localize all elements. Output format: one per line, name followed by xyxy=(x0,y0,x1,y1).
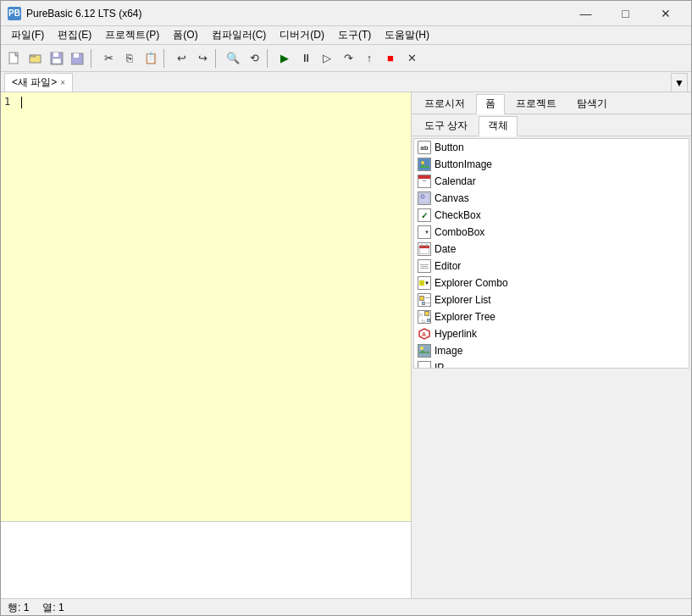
main-area: 1 프로시저 폼 프로젝트 탐색기 도구 상자 객체 ab Button xyxy=(1,92,691,598)
list-item-explorerlist[interactable]: Explorer List xyxy=(414,291,689,308)
file-tab-new[interactable]: <새 파일> × xyxy=(4,73,73,92)
toolbar-run[interactable]: ▶ xyxy=(274,48,295,69)
widget-label-calendar: Calendar xyxy=(435,175,476,187)
svg-rect-6 xyxy=(74,53,79,58)
list-item-combobox[interactable]: ▼ ComboBox xyxy=(414,224,689,241)
ip-icon: ... xyxy=(418,361,431,369)
widget-label-ip: IP xyxy=(435,362,444,369)
widget-label-canvas: Canvas xyxy=(435,192,469,204)
list-item-checkbox[interactable]: ✓ CheckBox xyxy=(414,207,689,224)
toolbar-stop[interactable]: ■ xyxy=(380,48,401,69)
editor-main[interactable]: 1 xyxy=(1,92,411,522)
menu-compiler[interactable]: 컴파일러(C) xyxy=(205,26,274,45)
menu-help[interactable]: 도움말(H) xyxy=(378,26,436,45)
list-item-explorercombo[interactable]: ▼ Explorer Combo xyxy=(414,275,689,291)
list-item-image[interactable]: Image xyxy=(414,342,689,359)
svg-rect-4 xyxy=(53,58,61,64)
widget-label-buttonimage: ButtonImage xyxy=(435,158,492,170)
list-item-explorertree[interactable]: ▷ ▷ Explorer Tree xyxy=(414,308,689,325)
explorercombo-icon: ▼ xyxy=(418,276,431,290)
menu-debugger[interactable]: 디버거(D) xyxy=(273,26,331,45)
title-bar: PB PureBasic 6.12 LTS (x64) — □ ✕ xyxy=(1,1,691,26)
list-item-buttonimage[interactable]: ButtonImage xyxy=(414,156,689,173)
svg-rect-10 xyxy=(419,193,429,203)
tab-procedure[interactable]: 프로시저 xyxy=(415,94,474,114)
menu-project[interactable]: 프로젝트(P) xyxy=(98,26,166,45)
toolbar-stepout[interactable]: ↑ xyxy=(359,48,379,69)
list-item-date[interactable]: Date xyxy=(414,241,689,258)
toolbar-replace[interactable]: ⟲ xyxy=(244,48,264,69)
toolbar-find[interactable]: 🔍 xyxy=(223,48,243,69)
tab-project[interactable]: 프로젝트 xyxy=(507,94,566,114)
toolbar: ✂ ⎘ 📋 ↩ ↪ 🔍 ⟲ ▶ ⏸ ▷ ↷ ↑ ■ ✕ xyxy=(1,45,691,72)
widget-label-explorercombo: Explorer Combo xyxy=(435,277,508,289)
list-item-canvas[interactable]: Canvas xyxy=(414,190,689,207)
list-item-hyperlink[interactable]: A Hyperlink xyxy=(414,325,689,342)
toolbar-cut[interactable]: ✂ xyxy=(98,48,119,69)
toolbar-redo[interactable]: ↪ xyxy=(192,48,213,69)
menu-bar: 파일(F) 편집(E) 프로젝트(P) 폼(O) 컴파일러(C) 디버거(D) … xyxy=(1,26,691,45)
toolbar-open[interactable] xyxy=(25,48,46,69)
menu-edit[interactable]: 편집(E) xyxy=(51,26,98,45)
list-item-editor[interactable]: Editor xyxy=(414,258,689,275)
buttonimage-icon xyxy=(418,158,431,171)
menu-form[interactable]: 폼(O) xyxy=(166,26,204,45)
toolbar-sep-4 xyxy=(267,49,272,68)
menu-file[interactable]: 파일(F) xyxy=(4,26,51,45)
toolbar-stepover[interactable]: ↷ xyxy=(338,48,358,69)
checkbox-icon: ✓ xyxy=(418,208,431,222)
toolbar-paste[interactable]: 📋 xyxy=(141,48,161,69)
maximize-button[interactable]: □ xyxy=(606,1,645,26)
widget-label-explorertree: Explorer Tree xyxy=(435,311,495,323)
list-item-button[interactable]: ab Button xyxy=(414,139,689,156)
tab-explorer[interactable]: 탐색기 xyxy=(567,94,617,114)
title-bar-left: PB PureBasic 6.12 LTS (x64) xyxy=(8,7,142,20)
tab-form[interactable]: 폼 xyxy=(476,94,505,114)
toolbar-step[interactable]: ▷ xyxy=(317,48,337,69)
widget-label-editor: Editor xyxy=(435,260,461,272)
widget-list[interactable]: ab Button ButtonImage ▪▪▪▪ Calendar xyxy=(413,138,689,369)
toolbar-stopdbg[interactable]: ✕ xyxy=(401,48,422,69)
minimize-button[interactable]: — xyxy=(567,1,605,26)
list-item-calendar[interactable]: ▪▪▪▪ Calendar xyxy=(414,173,689,190)
tab-dropdown[interactable]: ▼ xyxy=(671,73,688,92)
svg-point-8 xyxy=(421,161,424,164)
title-controls: — □ ✕ xyxy=(567,1,684,26)
widget-label-explorerlist: Explorer List xyxy=(435,294,491,306)
toolbar-sep-2 xyxy=(163,49,169,68)
right-bottom-area xyxy=(412,370,691,599)
svg-text:A: A xyxy=(422,331,426,337)
svg-point-22 xyxy=(420,347,424,350)
toolbar-saveall[interactable] xyxy=(68,48,88,69)
image-icon xyxy=(418,344,431,358)
button-icon: ab xyxy=(418,141,431,154)
widget-label-combobox: ComboBox xyxy=(435,226,484,238)
calendar-icon: ▪▪▪▪ xyxy=(418,175,431,188)
toolbar-copy[interactable]: ⎘ xyxy=(119,48,140,69)
toolbar-save[interactable] xyxy=(47,48,67,69)
toolbar-undo[interactable]: ↩ xyxy=(171,48,191,69)
status-col: 열: 1 xyxy=(42,601,64,615)
close-button[interactable]: ✕ xyxy=(646,1,684,26)
widget-label-checkbox: CheckBox xyxy=(435,209,481,221)
app-icon: PB xyxy=(8,7,21,20)
toolbar-pause[interactable]: ⏸ xyxy=(296,48,316,69)
file-tab-close[interactable]: × xyxy=(60,78,65,87)
cursor xyxy=(21,97,22,108)
menu-tools[interactable]: 도구(T) xyxy=(331,26,378,45)
svg-rect-13 xyxy=(419,246,429,248)
editor-icon xyxy=(418,259,431,273)
widget-label-image: Image xyxy=(435,345,462,357)
title-text: PureBasic 6.12 LTS (x64) xyxy=(26,8,142,19)
list-item-ip[interactable]: ... IP xyxy=(414,359,689,369)
combobox-icon: ▼ xyxy=(418,225,431,239)
right-sub-tabs: 도구 상자 객체 xyxy=(412,114,691,136)
subtab-toolbox[interactable]: 도구 상자 xyxy=(415,116,477,136)
line-number-1: 1 xyxy=(4,96,10,108)
toolbar-new[interactable] xyxy=(4,48,25,69)
explorertree-icon: ▷ ▷ xyxy=(418,310,431,324)
editor-bottom-panel xyxy=(1,522,411,598)
subtab-object[interactable]: 객체 xyxy=(479,116,518,136)
svg-rect-3 xyxy=(53,53,58,57)
widget-label-button: Button xyxy=(435,142,464,153)
